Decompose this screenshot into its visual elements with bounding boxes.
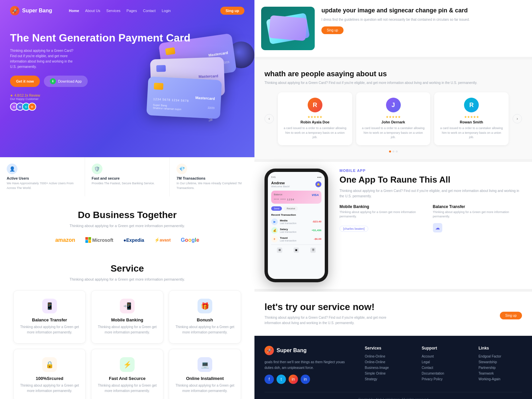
hero-logo: 🚀 Super Bang	[10, 6, 52, 15]
salary-amount: +$1,436	[312, 229, 321, 232]
service-name-1: Mobile Banking	[97, 317, 158, 322]
do-business-section: Do Business Together Thinking about appl…	[0, 196, 254, 257]
send-button[interactable]: Send	[271, 206, 282, 211]
footer-logo-text: Super Bang	[277, 347, 307, 354]
phone-mockup: 9:41●●● Andrew Welcome Back! 🔔 BalanceVI…	[264, 169, 331, 282]
nav-services[interactable]: Services	[106, 9, 121, 13]
receive-button[interactable]: Receive	[284, 206, 298, 211]
signup-button[interactable]: Sing up	[220, 7, 244, 15]
testimonial-text-1: a card issued to a order to a caretaker …	[362, 126, 425, 140]
footer-link-s1[interactable]: Online-Online	[365, 360, 408, 364]
testimonial-dots	[264, 151, 522, 153]
phone-username: Andrew	[271, 181, 290, 185]
footer-link-l2[interactable]: Partnership	[478, 366, 522, 370]
brand-expedia: ●Expedia	[124, 237, 144, 243]
footer-link-s0[interactable]: Online-Online	[365, 355, 408, 358]
footer-link-sp4[interactable]: Privacy Policy	[422, 377, 465, 381]
nav-about[interactable]: About Us	[85, 9, 100, 13]
get-it-button[interactable]: Get it now	[10, 76, 40, 87]
stat-desc-3: In Our Lifetime, We Have Already Complet…	[176, 181, 248, 190]
testimonial-stars-1: ★★★★★	[362, 115, 425, 119]
service-card-4: ⚡ Fast And Securce Thinking about applyi…	[91, 349, 163, 399]
phone-screen: 9:41●●● Andrew Welcome Back! 🔔 BalanceVI…	[268, 172, 325, 279]
app-title: One App To Raune This All	[339, 175, 522, 185]
feature-transfer-desc: Thinking about applying for a Green get …	[433, 210, 522, 219]
testimonial-avatar-2: R	[464, 98, 479, 112]
stat-label-3: 7M Transactions	[176, 176, 248, 180]
testimonial-stars-0: ★★★★★	[283, 115, 347, 119]
dot-3[interactable]	[396, 151, 398, 153]
stat-label-2: Fast and secure	[92, 176, 163, 180]
footer-link-sp3[interactable]: Documentation	[422, 372, 465, 375]
feature-transfer-title: Balance Transfer	[433, 204, 522, 209]
service-name-2: Bonush	[174, 317, 235, 322]
nav-pages[interactable]: Pages	[127, 9, 137, 13]
service-section: Service Thinking about applying for a Gr…	[0, 257, 254, 399]
dot-2[interactable]	[392, 151, 394, 153]
testimonial-stars-2: ★★★★★	[440, 115, 503, 119]
footer-link-s3[interactable]: Simple Online	[365, 372, 408, 375]
stat-label-1: Active Users	[7, 176, 78, 180]
instagram-button[interactable]: in	[289, 375, 298, 384]
nav-login[interactable]: Login	[162, 9, 171, 13]
footer-support-links: Account Legal Contact Documentation Priv…	[422, 355, 465, 381]
footer-link-s2[interactable]: Business-Image	[365, 366, 408, 370]
hero-title: The Nent Generation Payment Card	[10, 31, 244, 44]
footer-brand: 🚀 Super Bang goals first then we'll see …	[264, 346, 352, 384]
update-signup-button[interactable]: Sing up	[321, 26, 344, 34]
charles-link[interactable]: [charles beaten]	[339, 226, 368, 232]
phone-greeting: Welcome Back!	[271, 185, 290, 188]
phone-notification-icon[interactable]: 🔔	[315, 181, 321, 187]
facebook-button[interactable]: f	[264, 375, 274, 384]
logo-icon: 🚀	[10, 6, 19, 15]
footer-link-l0[interactable]: Endgoal Factor	[478, 355, 522, 358]
phone-toggle-row: Send Receive	[271, 206, 321, 211]
footer-link-sp1[interactable]: Legal	[422, 360, 465, 364]
nav-home-icon[interactable]: ⊞	[277, 247, 282, 253]
media-icon: ▶	[271, 218, 278, 225]
feature-banking-desc: Thinking about applying for a Green get …	[339, 210, 429, 219]
prev-testimonial-button[interactable]: ‹	[264, 114, 274, 123]
stat-active-users: 👤 Active Users We Have Approximately 700…	[0, 158, 85, 196]
fast-secure-icon: 🛡️	[92, 164, 102, 174]
nav-contact[interactable]: Contact	[143, 9, 156, 13]
card-chip-3	[154, 83, 163, 90]
footer-link-s4[interactable]: Strategy	[365, 377, 408, 381]
service-icon-1: 📲	[120, 299, 135, 313]
try-service-section: let's try our service now! Thinking abou…	[254, 292, 532, 336]
nav-home[interactable]: Home	[69, 9, 79, 13]
recent-transactions-title: Recent Transaction	[271, 213, 321, 216]
footer-link-l4[interactable]: Working-Again	[478, 377, 522, 381]
brand-avast: ⚡avast	[154, 237, 171, 242]
testimonial-avatar-1: J	[386, 98, 401, 112]
footer-col-support: Support Account Legal Contact Documentat…	[422, 346, 465, 384]
nav-card-icon[interactable]: ▣	[294, 247, 299, 253]
phone-card-top: BalanceVISA	[274, 193, 319, 197]
service-desc-0: Thinking about applying for a Green get …	[19, 324, 80, 335]
next-testimonial-button[interactable]: ›	[513, 114, 522, 123]
app-feature-transfer: Balance Transfer Thinking about applying…	[433, 204, 522, 219]
try-signup-button[interactable]: Sing up	[500, 312, 522, 319]
linkedin-button[interactable]: in	[301, 375, 310, 384]
hero-content: The Nent Generation Payment Card Thinkin…	[0, 21, 254, 111]
brands-row: amazon Microsoft ●Expedia ⚡avast Google	[20, 237, 234, 243]
service-desc-2: Thinking about applying for a Green get …	[174, 324, 235, 335]
footer-link-sp2[interactable]: Contact	[422, 366, 465, 370]
phone-nav: ⊞ ▣ ☰	[271, 244, 321, 253]
update-title: update your image and signecar change pi…	[321, 7, 525, 14]
footer-link-l1[interactable]: Stewardship	[478, 360, 522, 364]
stat-desc-2: Provides The Fastest, Secure Banking Ser…	[92, 181, 163, 186]
twitter-button[interactable]: t	[277, 375, 286, 384]
service-desc-5: Thinking about applying for a Green get …	[174, 383, 235, 394]
footer-link-sp0[interactable]: Account	[422, 355, 465, 358]
dot-1[interactable]	[389, 151, 391, 153]
download-button[interactable]: ⬇ Download App	[44, 76, 88, 87]
service-name-5: Online Installment	[174, 376, 235, 381]
footer-bottom: Created by Abdul-aldohmen. All rights re…	[264, 392, 522, 399]
testimonials-title: whath are people asaying about us	[264, 70, 522, 78]
brand-amazon: amazon	[55, 237, 75, 243]
media-amount: -$23.40	[312, 220, 321, 223]
transactions-icon: 💎	[176, 164, 187, 174]
nav-profile-icon[interactable]: ☰	[310, 247, 316, 253]
footer-link-l3[interactable]: Teamwork	[478, 372, 522, 375]
